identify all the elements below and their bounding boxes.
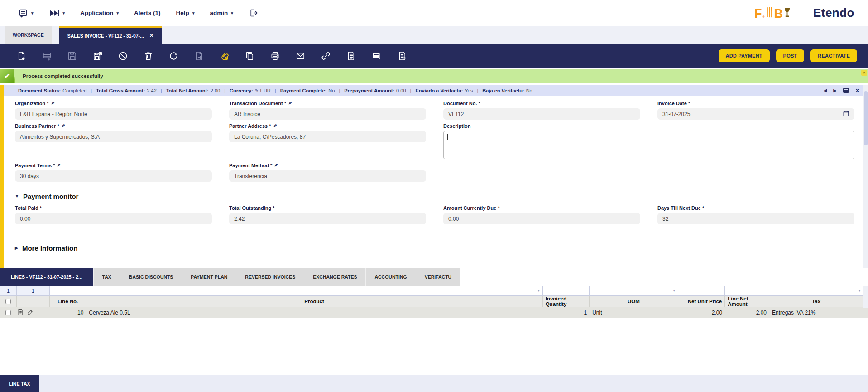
email-icon[interactable] [295,51,306,61]
header-line-net-amount[interactable]: Line Net Amount [725,296,769,307]
close-record-icon[interactable]: ✕ [855,87,860,94]
audit-trail-icon[interactable] [346,51,356,61]
header-line-no[interactable]: Line No. [50,296,86,307]
section-more-information[interactable]: ▶ More Information [15,242,854,253]
refresh-icon[interactable] [168,51,179,61]
total-outstanding-input[interactable]: 2.42 [229,213,426,224]
maximize-icon[interactable] [843,88,849,93]
amount-currently-due-input[interactable]: 0.00 [443,213,640,224]
filter-product-input[interactable]: ▼ [86,286,542,295]
edit-row-icon[interactable] [27,309,34,317]
form-scrollbar[interactable] [863,85,868,268]
add-payment-button[interactable]: ADD PAYMENT [719,49,770,62]
edit-pencil-icon[interactable]: ✎ [273,124,277,128]
link-icon[interactable] [321,51,331,61]
chevron-down-icon: ▾ [192,11,195,15]
filter-quantity-input[interactable] [543,286,590,295]
calendar-icon[interactable] [843,110,849,118]
edit-pencil-icon[interactable]: ✎ [57,163,61,168]
filter-tax-input[interactable]: ▼ [769,286,863,295]
edit-pencil-icon[interactable]: ✎ [274,163,278,168]
total-paid-input[interactable]: 0.00 [15,213,212,224]
post-button[interactable]: POST [776,49,805,62]
tab-exchange-rates[interactable]: EXCHANGE RATES [304,268,366,286]
reactivate-button[interactable]: REACTIVATE [810,49,857,62]
tab-workspace[interactable]: WORKSPACE [5,26,52,44]
document-no-input[interactable]: VF112 [443,108,640,120]
payment-method-input[interactable]: Transferencia [229,170,426,182]
next-record-icon[interactable]: ▶ [833,88,837,93]
chevron-down-icon[interactable]: ▼ [858,289,861,293]
cancel-icon[interactable] [118,51,128,61]
header-product[interactable]: Product [86,296,542,307]
header-uom[interactable]: UOM [590,296,678,307]
previous-record-icon[interactable]: ◀ [824,88,827,93]
copy-record-icon[interactable] [245,51,255,61]
filter-line-no-input[interactable] [50,286,86,295]
filter-uom-input[interactable]: ▼ [590,286,678,295]
edit-pencil-icon[interactable]: ✎ [51,101,55,106]
business-partner-input[interactable]: Alimentos y Supermercados, S.A [15,131,212,142]
scrollbar-thumb[interactable] [864,91,868,145]
close-tab-icon[interactable]: ✕ [149,33,153,39]
tab-line-tax[interactable]: LINE TAX [0,375,39,392]
logo-plus: + [762,13,765,19]
menu-alerts[interactable]: Alerts (1) [134,10,161,16]
create-menu[interactable]: ▾ [18,8,34,18]
cell-line-no: 10 [50,307,86,318]
menu-user[interactable]: admin ▾ [210,10,233,16]
tab-payment-plan[interactable]: PAYMENT PLAN [182,268,236,286]
open-record-icon[interactable] [18,309,24,317]
export-icon[interactable] [194,51,204,61]
message-close-icon[interactable]: ✕ [861,70,867,76]
menu-application[interactable]: Application ▾ [80,10,119,16]
save-and-new-icon[interactable] [92,51,103,61]
quick-launch-menu[interactable]: ▾ [49,9,65,17]
window-tab-bar: WORKSPACE SALES INVOICE - VF112 - 31-07-… [0,26,868,44]
filter-price-input[interactable] [678,286,725,295]
chevron-down-icon[interactable]: ▼ [537,289,541,293]
new-record-icon[interactable] [16,51,27,61]
success-message-text: Process completed successfully [23,73,103,79]
partner-address-input[interactable]: La Coruña, C\Pescadores, 87 [229,131,426,142]
section-dimensions[interactable]: ▼ Dimensions [15,267,854,268]
tab-tax[interactable]: TAX [94,268,120,286]
row-checkbox[interactable] [5,310,11,315]
field-document-no: Document No. * VF112 [443,101,640,120]
section-payment-monitor[interactable]: ▼ Payment monitor [15,191,854,202]
header-tax[interactable]: Tax [769,296,863,307]
edit-pencil-icon[interactable]: ✎ [288,101,292,106]
grid-scrollbar[interactable] [863,286,868,308]
organization-input[interactable]: F&B España - Región Norte [15,108,212,120]
translate-document-icon[interactable] [397,51,407,61]
edit-pencil-icon[interactable]: ✎ [62,124,65,128]
workspace-tab-label: WORKSPACE [13,32,44,38]
delete-icon[interactable] [143,51,153,61]
table-row[interactable]: 10 Cerveza Ale 0,5L 1 Unit 2.00 2.00 Ent… [0,307,868,318]
new-row-icon[interactable] [42,51,52,61]
header-net-unit-price[interactable]: Net Unit Price [678,296,725,307]
header-invoiced-quantity[interactable]: Invoiced Quantity [543,296,590,307]
transaction-document-input[interactable]: AR Invoice [229,108,426,120]
payment-terms-input[interactable]: 30 days [15,170,212,182]
tab-lines[interactable]: LINES - VF112 - 31-07-2025 - 2... [0,268,94,286]
invoice-date-input[interactable]: 31-07-2025 [657,108,854,120]
record-count-cell: 1 [17,286,50,295]
days-till-next-due-input[interactable]: 32 [657,213,854,224]
grid-window-icon[interactable] [371,51,382,61]
edit-pencil-icon[interactable]: ✎ [255,88,259,93]
description-textarea[interactable] [443,131,854,159]
tab-basic-discounts[interactable]: BASIC DISCOUNTS [120,268,182,286]
filter-amount-input[interactable] [725,286,769,295]
tab-accounting[interactable]: ACCOUNTING [366,268,416,286]
chevron-down-icon[interactable]: ▼ [672,289,676,293]
tab-reversed-invoices[interactable]: REVERSED INVOICES [236,268,304,286]
select-all-checkbox[interactable] [5,299,11,304]
save-icon[interactable] [67,51,77,61]
tab-sales-invoice[interactable]: SALES INVOICE - VF112 - 31-07-... ✕ [59,26,162,44]
logout-button[interactable] [249,8,258,18]
tab-verifactu[interactable]: VERIFACTU [416,268,461,286]
attachment-icon[interactable] [219,51,230,61]
menu-help[interactable]: Help ▾ [176,10,195,16]
print-icon[interactable] [270,51,280,61]
